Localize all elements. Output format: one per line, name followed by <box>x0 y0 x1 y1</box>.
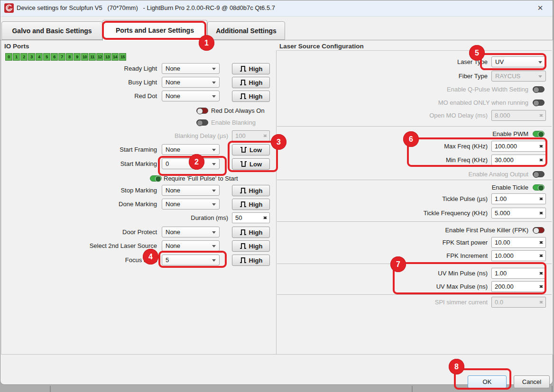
stop-marking-combo[interactable]: None <box>162 185 220 196</box>
field-value: 1.00 <box>495 195 507 202</box>
red-dot-combo[interactable]: None <box>162 91 220 101</box>
red-dot-always-on-toggle[interactable] <box>196 108 208 114</box>
separator <box>277 221 552 222</box>
io-port-cell: 10 <box>81 53 88 61</box>
require-full-pulse-toggle[interactable] <box>150 175 162 182</box>
spinner-arrows-icon[interactable] <box>538 268 545 278</box>
busy-light-polarity-button[interactable]: High <box>232 77 270 88</box>
enable-analog-toggle <box>533 171 545 177</box>
tab-ports-laser-settings[interactable]: Ports and Laser Settings <box>102 20 207 41</box>
busy-light-combo[interactable]: None <box>162 77 220 88</box>
pulse-high-icon <box>240 242 247 250</box>
tickle-frequency-field[interactable]: 5.000 <box>491 208 546 219</box>
fiber-type-combo: RAYCUS <box>491 71 546 82</box>
fpk-start-power-field[interactable]: 10.00 <box>491 237 546 248</box>
done-marking-combo[interactable]: None <box>162 199 220 210</box>
pulse-low-icon <box>240 146 247 154</box>
separator <box>277 294 552 295</box>
start-marking-polarity-button[interactable]: Low <box>232 158 270 170</box>
min-freq-field[interactable]: 30.000 <box>491 155 546 165</box>
toggle-knob <box>533 172 539 178</box>
chevron-down-icon <box>212 259 216 264</box>
io-port-cell: 4 <box>36 53 43 61</box>
field-value: 10.00 <box>495 239 510 246</box>
toggle-knob <box>538 131 544 137</box>
start-framing-polarity-button[interactable]: Low <box>232 144 270 155</box>
laser-type-combo[interactable]: UV <box>491 56 546 67</box>
uv-max-pulse-field[interactable]: 200.00 <box>491 281 546 292</box>
uv-min-pulse-field[interactable]: 1.00 <box>491 268 546 279</box>
duration-field[interactable]: 50 <box>232 212 270 223</box>
combo-value: None <box>166 92 180 100</box>
combo-value: None <box>166 242 180 249</box>
enable-qpulse-toggle <box>533 86 545 92</box>
mo-enabled-label: MO enabled ONLY when running <box>307 97 528 108</box>
combo-value: None <box>166 187 180 194</box>
focus-light-polarity-button[interactable]: High <box>232 255 270 266</box>
spinner-arrows-icon[interactable] <box>538 155 545 165</box>
spinner-arrows-icon[interactable] <box>538 237 545 247</box>
toggle-knob <box>197 108 203 114</box>
start-framing-combo[interactable]: None <box>162 144 220 155</box>
close-icon[interactable]: ✕ <box>534 2 547 14</box>
combo-value: None <box>166 79 180 86</box>
io-port-cell: 9 <box>74 53 81 61</box>
separator <box>277 264 552 264</box>
background-toolbar-tick <box>412 386 413 392</box>
mo-enabled-toggle <box>533 100 545 106</box>
polarity-label: Low <box>249 161 262 168</box>
door-protect-combo[interactable]: None <box>162 227 220 237</box>
fpk-start-power-label: FPK Start power <box>307 237 488 248</box>
toggle-knob <box>197 120 203 126</box>
io-port-cell: 3 <box>28 53 35 61</box>
enable-tickle-label: Enable Tickle <box>307 182 528 193</box>
red-dot-polarity-button[interactable]: High <box>232 91 270 102</box>
pulse-high-icon <box>240 228 247 236</box>
toggle-knob <box>533 87 539 93</box>
enable-fpk-toggle[interactable] <box>533 227 545 233</box>
tickle-pulse-field[interactable]: 1.00 <box>491 193 546 204</box>
polarity-label: High <box>249 93 263 100</box>
blanking-delay-label: Blanking Delay (µs) <box>5 130 228 141</box>
max-freq-field[interactable]: 100.000 <box>491 141 546 152</box>
spinner-arrows-icon <box>262 131 268 141</box>
tab-additional-settings[interactable]: Additional Settings <box>207 21 285 40</box>
spinner-arrows-icon[interactable] <box>538 208 545 218</box>
cancel-button[interactable]: Cancel <box>514 375 550 388</box>
pulse-high-icon <box>240 65 247 73</box>
separator <box>277 180 552 180</box>
background-toolbar-tick <box>50 386 51 392</box>
tab-label: Additional Settings <box>216 27 277 35</box>
laser-type-label: Laser Type <box>307 56 488 67</box>
spinner-arrows-icon[interactable] <box>538 194 545 204</box>
spinner-arrows-icon[interactable] <box>538 251 545 261</box>
ready-light-combo[interactable]: None <box>162 63 220 74</box>
open-mo-delay-field: 8.000 <box>491 110 546 121</box>
start-marking-combo[interactable]: 0 <box>162 158 220 169</box>
spi-simmer-field: 0.0 <box>491 297 546 308</box>
field-value: 8.000 <box>495 112 510 119</box>
select-2nd-laser-polarity-button[interactable]: High <box>232 240 270 252</box>
fpk-increment-field[interactable]: 10.000 <box>491 250 546 261</box>
focus-light-combo[interactable]: 5 <box>162 255 220 265</box>
spinner-arrows-icon[interactable] <box>538 141 545 151</box>
polarity-label: High <box>249 201 263 208</box>
done-marking-polarity-button[interactable]: High <box>232 199 270 210</box>
ready-light-polarity-button[interactable]: High <box>232 63 270 74</box>
io-port-cell: 15 <box>119 53 126 61</box>
ok-button[interactable]: OK <box>468 375 507 388</box>
tab-galvo-basic-settings[interactable]: Galvo and Basic Settings <box>1 21 102 40</box>
door-protect-polarity-button[interactable]: High <box>232 227 270 238</box>
field-value: 100 <box>235 132 246 139</box>
chevron-down-icon <box>212 68 216 72</box>
field-value: 30.000 <box>495 156 514 164</box>
select-2nd-laser-combo[interactable]: None <box>162 240 220 251</box>
polarity-label: High <box>249 187 263 194</box>
enable-pwm-toggle[interactable] <box>533 131 545 137</box>
uv-min-pulse-label: UV Min Pulse (ns) <box>307 268 488 279</box>
stop-marking-polarity-button[interactable]: High <box>232 185 270 196</box>
spinner-arrows-icon[interactable] <box>262 213 268 223</box>
spinner-arrows-icon[interactable] <box>538 282 545 292</box>
enable-tickle-toggle[interactable] <box>533 184 545 191</box>
combo-value: RAYCUS <box>495 73 520 80</box>
